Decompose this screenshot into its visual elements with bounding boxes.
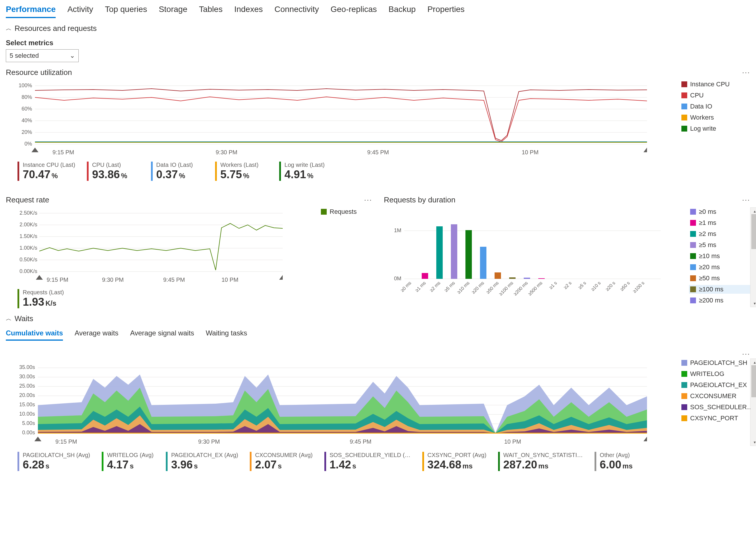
tab-storage[interactable]: Storage [159, 5, 187, 18]
legend-item[interactable]: ≥20 ms [689, 263, 750, 271]
legend-scrollbar[interactable]: ▴ ▾ [750, 208, 756, 307]
requests-by-duration-chart[interactable]: 0M 1M [384, 208, 683, 307]
select-metrics-value: 5 selected [10, 52, 39, 60]
svg-text:60%: 60% [21, 106, 32, 112]
svg-marker-13 [644, 148, 647, 152]
waits-chart[interactable]: 0.00s 5.00s 10.00s 15.00s 20.00s 25.00s … [6, 359, 674, 446]
svg-text:10 PM: 10 PM [221, 276, 239, 283]
svg-text:0.00K/s: 0.00K/s [19, 268, 37, 274]
select-metrics-dropdown[interactable]: 5 selected ⌄ [6, 49, 79, 62]
svg-text:≥0 ms: ≥0 ms [399, 280, 412, 293]
svg-text:≥50 s: ≥50 s [619, 280, 631, 292]
metric-card: CXCONSUMER (Avg) 2.07s [250, 452, 312, 471]
legend-item[interactable]: CPU [680, 91, 750, 100]
svg-text:30.00s: 30.00s [19, 374, 35, 380]
tab-performance[interactable]: Performance [6, 5, 56, 18]
swatch-icon [690, 231, 696, 237]
metric-card: CPU (Last) 93.86% [87, 162, 139, 181]
tab-connectivity[interactable]: Connectivity [275, 5, 319, 18]
svg-text:2.50K/s: 2.50K/s [19, 210, 37, 216]
legend-item[interactable]: WRITELOG [680, 370, 750, 378]
legend-item[interactable]: ≥10 ms [689, 252, 750, 260]
legend-item[interactable]: Requests [320, 208, 372, 216]
legend-item[interactable]: Log write [680, 124, 750, 133]
swatch-icon [690, 264, 696, 270]
svg-text:20%: 20% [21, 129, 32, 135]
subtab-average-signal-waits[interactable]: Average signal waits [130, 329, 194, 341]
svg-text:15.00s: 15.00s [19, 402, 35, 407]
legend-item[interactable]: PAGEIOLATCH_EX [680, 381, 750, 389]
tab-geo-replicas[interactable]: Geo-replicas [330, 5, 377, 18]
resource-util-chart[interactable]: 0% 20% 40% 60% 80% 100% [6, 80, 674, 156]
legend-item[interactable]: CXSYNC_PORT [680, 414, 750, 423]
section-waits-header[interactable]: ︿ Waits [6, 314, 750, 323]
more-icon[interactable]: ··· [742, 68, 750, 77]
legend-scrollbar[interactable]: ▴ ▾ [750, 359, 756, 446]
svg-text:1.00K/s: 1.00K/s [19, 245, 37, 251]
arrow-down-icon[interactable]: ▾ [754, 300, 756, 307]
svg-text:1M: 1M [394, 228, 401, 233]
legend-item[interactable]: SOS_SCHEDULER… [680, 403, 750, 411]
legend-item[interactable]: CXCONSUMER [680, 392, 750, 400]
resource-util-legend: Instance CPU CPU Data IO Workers Log wri… [674, 80, 750, 156]
svg-marker-84 [644, 437, 647, 441]
legend-item[interactable]: ≥100 ms [689, 285, 750, 294]
swatch-icon [690, 298, 696, 303]
svg-text:40%: 40% [21, 117, 32, 124]
tab-tables[interactable]: Tables [199, 5, 223, 18]
svg-rect-46 [509, 278, 515, 279]
section-resources-header[interactable]: ︿ Resources and requests [6, 24, 750, 33]
arrow-up-icon[interactable]: ▴ [754, 359, 756, 366]
legend-item[interactable]: ≥5 ms [689, 241, 750, 249]
scrollbar-thumb[interactable] [751, 365, 756, 397]
more-icon[interactable]: ··· [742, 349, 750, 359]
svg-text:9:30 PM: 9:30 PM [102, 276, 123, 283]
legend-item[interactable]: ≥50 ms [689, 274, 750, 283]
arrow-up-icon[interactable]: ▴ [754, 208, 756, 215]
subtab-cumulative-waits[interactable]: Cumulative waits [6, 329, 63, 341]
legend-item[interactable]: ≥200 ms [689, 296, 750, 305]
svg-rect-44 [480, 247, 486, 279]
subtab-average-waits[interactable]: Average waits [75, 329, 118, 341]
request-rate-chart[interactable]: 0.00K/s 0.50K/s 1.00K/s 1.50K/s 2.00K/s … [6, 208, 314, 283]
legend-item[interactable]: ≥1 ms [689, 219, 750, 227]
legend-item[interactable]: Instance CPU [680, 80, 750, 89]
svg-text:10.00s: 10.00s [19, 411, 35, 417]
svg-text:9:15 PM: 9:15 PM [46, 276, 68, 283]
tab-indexes[interactable]: Indexes [234, 5, 263, 18]
chart-title-resource-util: Resource utilization [6, 68, 72, 77]
svg-text:0.00s: 0.00s [22, 429, 35, 436]
more-icon[interactable]: ··· [364, 195, 372, 205]
legend-item[interactable]: ≥0 ms [689, 208, 750, 216]
tab-activity[interactable]: Activity [67, 5, 93, 18]
tab-top-queries[interactable]: Top queries [105, 5, 147, 18]
chevron-down-icon: ⌄ [70, 52, 75, 60]
svg-text:≥20 ms: ≥20 ms [471, 280, 485, 295]
svg-text:25.00s: 25.00s [19, 383, 35, 389]
legend-item[interactable]: Data IO [680, 102, 750, 111]
swatch-icon [681, 126, 687, 132]
more-icon[interactable]: ··· [742, 195, 750, 205]
arrow-down-icon[interactable]: ▾ [754, 439, 756, 446]
legend-item[interactable]: PAGEIOLATCH_SH [680, 359, 750, 367]
tab-properties[interactable]: Properties [427, 5, 465, 18]
tab-backup[interactable]: Backup [388, 5, 415, 18]
waits-legend: PAGEIOLATCH_SH WRITELOG PAGEIOLATCH_EX C… [674, 359, 750, 446]
svg-text:≥1 s: ≥1 s [548, 280, 558, 290]
svg-rect-48 [538, 278, 545, 279]
svg-marker-12 [31, 148, 38, 152]
top-tabs: Performance Activity Top queries Storage… [3, 0, 753, 18]
legend-item[interactable]: Workers [680, 113, 750, 122]
scrollbar-thumb[interactable] [751, 214, 756, 249]
swatch-icon [690, 253, 696, 259]
metric-card: Workers (Last) 5.75% [215, 162, 268, 181]
svg-text:20.00s: 20.00s [19, 392, 35, 398]
svg-text:≥2 ms: ≥2 ms [429, 280, 441, 293]
legend-item[interactable]: ≥2 ms [689, 230, 750, 238]
svg-text:100%: 100% [19, 83, 32, 88]
subtab-waiting-tasks[interactable]: Waiting tasks [206, 329, 247, 341]
svg-text:0M: 0M [394, 275, 401, 282]
svg-marker-31 [279, 275, 283, 280]
svg-text:≥10 s: ≥10 s [590, 280, 602, 292]
svg-text:≥5 ms: ≥5 ms [443, 280, 456, 293]
